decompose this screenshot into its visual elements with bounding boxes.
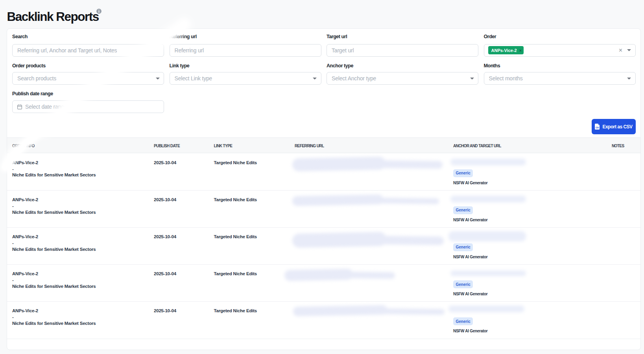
- months-select[interactable]: Select months: [484, 72, 636, 85]
- order-products-label: Order products: [12, 63, 46, 69]
- anchor-redacted: [448, 306, 524, 312]
- row-order-name: ANPs-Vice-2: [12, 234, 150, 240]
- publish-date-range-label: Publish date range: [12, 91, 53, 97]
- row-order-product: Niche Edits for Sensitive Market Sectors: [12, 284, 150, 290]
- export-csv-button[interactable]: CSV Export as CSV: [592, 119, 636, 134]
- target-url-text[interactable]: NSFW AI Generator: [453, 180, 487, 186]
- column-header-order-info: ORDER INFO: [12, 143, 35, 149]
- anchor-type-badge: Generic: [453, 317, 473, 325]
- link-type-caret-icon[interactable]: [313, 78, 317, 80]
- anchor-type-placeholder: Select Anchor type: [332, 74, 376, 82]
- link-type-placeholder: Select Link type: [175, 74, 212, 82]
- order-products-placeholder: Search products: [17, 74, 56, 82]
- row-order-product: Niche Edits for Sensitive Market Sectors: [12, 209, 150, 216]
- row-publish-date: 2025-10-04: [154, 160, 176, 166]
- column-header-publish-date: PUBLISH DATE: [154, 143, 180, 149]
- row-link-type: Targeted Niche Edits: [214, 234, 257, 240]
- order-tag-remove-icon[interactable]: ×: [519, 46, 522, 54]
- table-row: ANPs-Vice-2 - Niche Edits for Sensitive …: [7, 191, 640, 228]
- row-order-name: ANPs-Vice-2: [12, 308, 150, 314]
- row-order-separator: -: [12, 166, 150, 172]
- calendar-icon: [17, 104, 22, 109]
- row-order-name: ANPs-Vice-2: [12, 197, 150, 203]
- referring-url-placeholder: Referring url: [175, 46, 204, 54]
- anchor-type-label: Anchor type: [327, 63, 353, 69]
- target-url-text[interactable]: NSFW AI Generator: [453, 328, 487, 334]
- row-order-separator: -: [12, 203, 150, 209]
- order-select[interactable]: ANPs-Vice-2 × ×: [484, 44, 636, 57]
- order-products-select[interactable]: Search products: [12, 72, 164, 85]
- order-info-cell: ANPs-Vice-2 - Niche Edits for Sensitive …: [12, 271, 150, 289]
- order-label: Order: [484, 33, 496, 40]
- row-order-separator: -: [12, 314, 150, 321]
- column-header-link-type: LINK TYPE: [214, 143, 233, 149]
- publish-date-range-input[interactable]: Select date range: [12, 100, 164, 113]
- target-url-text[interactable]: NSFW AI Generator: [453, 254, 487, 260]
- row-publish-date: 2025-10-04: [154, 308, 176, 314]
- anchor-redacted: [450, 271, 526, 276]
- referring-url-redacted: [292, 233, 444, 248]
- info-icon[interactable]: [96, 8, 101, 13]
- order-selected-tag: ANPs-Vice-2 ×: [488, 46, 524, 54]
- row-order-separator: -: [12, 240, 150, 247]
- months-label: Months: [484, 63, 500, 69]
- order-caret-icon[interactable]: [627, 49, 631, 51]
- order-info-cell: ANPs-Vice-2 - Niche Edits for Sensitive …: [12, 160, 150, 178]
- row-order-name: ANPs-Vice-2: [12, 271, 150, 277]
- anchor-type-select[interactable]: Select Anchor type: [327, 72, 478, 85]
- target-url-label: Target url: [327, 33, 347, 40]
- row-separator: [7, 339, 640, 339]
- target-url-placeholder: Target url: [332, 46, 354, 54]
- referring-url-label: Referring url: [170, 33, 197, 40]
- anchor-type-badge: Generic: [453, 243, 473, 251]
- months-placeholder: Select months: [489, 74, 523, 82]
- column-header-anchor-and-target-url: ANCHOR AND TARGET URL: [453, 143, 501, 149]
- referring-url-input[interactable]: Referring url: [170, 44, 321, 57]
- row-order-product: Niche Edits for Sensitive Market Sectors: [12, 321, 150, 327]
- anchor-type-badge: Generic: [453, 280, 473, 288]
- referring-url-redacted: [292, 195, 439, 206]
- search-input[interactable]: Referring url, Anchor and Target url, No…: [12, 44, 164, 57]
- anchor-type-badge: Generic: [453, 169, 473, 177]
- row-link-type: Targeted Niche Edits: [214, 160, 257, 166]
- referring-url-redacted: [284, 269, 395, 281]
- target-url-text[interactable]: NSFW AI Generator: [453, 217, 487, 223]
- anchor-redacted: [450, 159, 526, 165]
- link-type-select[interactable]: Select Link type: [170, 72, 321, 85]
- search-label: Search: [12, 33, 28, 40]
- row-order-product: Niche Edits for Sensitive Market Sectors: [12, 247, 150, 253]
- anchor-redacted: [448, 231, 526, 241]
- page-title: Backlink Reports: [7, 9, 99, 24]
- table-header: ORDER INFO PUBLISH DATE LINK TYPE REFERR…: [7, 138, 640, 154]
- anchor-type-caret-icon[interactable]: [470, 78, 474, 80]
- row-link-type: Targeted Niche Edits: [214, 197, 257, 203]
- table-row: ANPs-Vice-2 - Niche Edits for Sensitive …: [7, 265, 640, 302]
- order-tag-label: ANPs-Vice-2: [491, 46, 517, 54]
- months-caret-icon[interactable]: [627, 78, 631, 80]
- table-row: ANPs-Vice-2 - Niche Edits for Sensitive …: [7, 302, 640, 339]
- target-url-input[interactable]: Target url: [327, 44, 478, 57]
- publish-date-range-placeholder: Select date range: [25, 103, 67, 111]
- table-row: ANPs-Vice-2 - Niche Edits for Sensitive …: [7, 228, 640, 265]
- row-publish-date: 2025-10-04: [154, 197, 176, 203]
- row-publish-date: 2025-10-04: [154, 271, 176, 277]
- row-publish-date: 2025-10-04: [154, 234, 176, 240]
- referring-url-redacted: [292, 158, 443, 172]
- row-order-name: ANPs-Vice-2: [12, 160, 150, 166]
- filters-and-table-card: Search Referring url, Anchor and Target …: [7, 28, 641, 350]
- row-order-separator: -: [12, 277, 150, 284]
- file-csv-icon: CSV: [595, 124, 600, 130]
- link-type-label: Link type: [170, 63, 190, 69]
- table-row: ANPs-Vice-2 - Niche Edits for Sensitive …: [7, 154, 640, 191]
- column-header-notes: NOTES: [612, 143, 624, 149]
- anchor-type-badge: Generic: [453, 206, 473, 214]
- order-products-caret-icon[interactable]: [156, 78, 160, 80]
- target-url-text[interactable]: NSFW AI Generator: [453, 291, 487, 297]
- order-info-cell: ANPs-Vice-2 - Niche Edits for Sensitive …: [12, 234, 150, 252]
- order-clear-icon[interactable]: ×: [618, 47, 624, 54]
- row-link-type: Targeted Niche Edits: [214, 271, 257, 277]
- referring-url-redacted: [293, 306, 445, 316]
- backlink-reports-page: Backlink Reports Search Referring url, A…: [0, 0, 644, 354]
- column-header-referring-url: REFERRING URL: [295, 143, 324, 149]
- anchor-redacted: [450, 196, 526, 202]
